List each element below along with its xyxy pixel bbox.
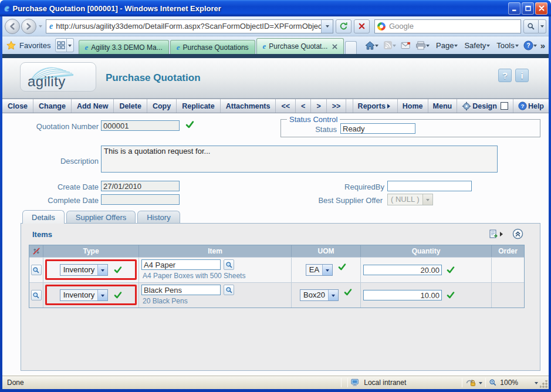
back-button[interactable]	[5, 19, 20, 34]
quick-tabs-button[interactable]	[55, 38, 67, 52]
row-lookup-button[interactable]	[31, 290, 42, 300]
item-input[interactable]	[141, 285, 221, 295]
home-button[interactable]	[363, 38, 381, 52]
tab-details[interactable]: Details	[22, 210, 65, 224]
type-select[interactable]: Inventory	[60, 289, 108, 301]
tab-supplier-offers[interactable]: Supplier Offers	[66, 211, 136, 224]
print-button[interactable]	[413, 38, 432, 52]
search-options-caret[interactable]	[539, 19, 546, 33]
menu-button[interactable]: Menu	[428, 99, 457, 113]
uom-select[interactable]: Box20	[300, 289, 339, 301]
item-input[interactable]	[141, 259, 221, 270]
column-header-uom[interactable]: UOM	[292, 245, 361, 257]
next-record-button[interactable]: >	[311, 99, 326, 113]
required-by-input[interactable]	[387, 181, 472, 191]
tab-agility-demo[interactable]: e Agility 3.3 DEMO Ma...	[79, 40, 169, 54]
protected-mode-button[interactable]	[465, 379, 482, 387]
quantity-input[interactable]	[363, 290, 442, 300]
more-commands-chevron[interactable]: »	[540, 40, 545, 50]
tab-purchase-quotations[interactable]: e Purchase Quotations	[170, 40, 255, 54]
mail-button[interactable]	[398, 38, 413, 52]
minimize-button[interactable]	[508, 2, 520, 15]
feeds-button[interactable]	[381, 38, 398, 52]
security-zone[interactable]: Local intranet	[351, 379, 406, 387]
copy-button[interactable]: Copy	[147, 99, 177, 113]
header-help-button[interactable]: ?	[498, 69, 512, 82]
address-dropdown-button[interactable]	[321, 20, 333, 33]
google-icon	[377, 22, 386, 31]
reports-menu-button[interactable]: Reports	[353, 99, 397, 113]
new-tab-button[interactable]	[345, 41, 357, 54]
attachments-button[interactable]: Attachments	[221, 99, 276, 113]
protected-mode-icon	[465, 379, 476, 387]
best-supplier-offer-value: ( NULL )	[388, 194, 422, 205]
quantity-input[interactable]	[363, 265, 442, 275]
favorites-button[interactable]: Favorites	[6, 38, 50, 52]
design-gear-icon	[462, 102, 471, 111]
row-lookup-button[interactable]	[31, 265, 42, 275]
valid-check-icon	[447, 291, 455, 299]
column-header-type[interactable]: Type	[43, 245, 139, 257]
maximize-icon	[525, 5, 532, 12]
zoom-level: 100%	[500, 379, 518, 387]
item-lookup-button[interactable]	[224, 259, 234, 270]
collapse-section-button[interactable]	[512, 228, 523, 239]
last-record-button[interactable]: >>	[327, 99, 347, 113]
close-button[interactable]	[535, 2, 547, 15]
uom-select[interactable]: EA	[306, 264, 333, 276]
search-button[interactable]	[523, 19, 539, 33]
address-field[interactable]: e http://ursus/agility33demo/DetailForm.…	[46, 19, 333, 33]
delete-button[interactable]: Delete	[114, 99, 147, 113]
create-date-input[interactable]	[101, 181, 180, 191]
items-table-header: Type Item UOM Quantity Order	[29, 245, 524, 257]
type-select-value: Inventory	[60, 265, 97, 275]
description-textarea[interactable]: This is a quotation request for...	[101, 146, 498, 173]
close-action-button[interactable]: Close	[2, 99, 33, 113]
help-menu[interactable]: ?	[521, 38, 539, 52]
tools-menu[interactable]: Tools	[492, 38, 520, 52]
stop-button[interactable]	[354, 19, 370, 33]
page-menu[interactable]: Page	[432, 38, 460, 52]
valid-check-icon	[185, 120, 194, 129]
status-control-legend: Status Control	[287, 115, 340, 124]
column-header-order[interactable]: Order	[492, 245, 524, 257]
maximize-button[interactable]	[522, 2, 534, 15]
info-glyph: i	[520, 70, 523, 80]
column-header-quantity[interactable]: Quantity	[361, 245, 492, 257]
safety-menu[interactable]: Safety	[460, 38, 492, 52]
complete-date-input[interactable]	[101, 194, 180, 205]
zoom-control[interactable]: 100%	[489, 379, 538, 387]
add-new-button[interactable]: Add New	[72, 99, 114, 113]
description-label: Description	[20, 157, 99, 165]
resize-grip[interactable]	[540, 380, 547, 388]
tab-purchase-quotation-active[interactable]: e Purchase Quotat...	[256, 38, 344, 54]
search-input-value[interactable]: Google	[389, 22, 414, 31]
change-button[interactable]: Change	[33, 99, 72, 113]
header-info-button[interactable]: i	[515, 69, 529, 82]
status-input[interactable]	[340, 123, 415, 134]
first-record-button[interactable]: <<	[276, 99, 296, 113]
recent-pages-caret[interactable]	[39, 25, 42, 29]
item-lookup-button[interactable]	[224, 285, 234, 295]
export-button[interactable]	[489, 229, 505, 239]
home-nav-button[interactable]: Home	[397, 99, 428, 113]
forward-button[interactable]	[21, 19, 36, 34]
search-box[interactable]: Google	[374, 19, 521, 33]
refresh-button[interactable]	[336, 19, 351, 33]
tab-list-caret[interactable]	[67, 38, 73, 52]
magnifier-icon	[225, 261, 233, 269]
previous-record-button[interactable]: <	[296, 99, 311, 113]
chevron-down-icon	[479, 382, 482, 386]
address-url[interactable]: http://ursus/agility33demo/DetailForm.as…	[56, 22, 321, 31]
type-select[interactable]: Inventory	[60, 264, 108, 276]
help-button[interactable]: ? Help	[513, 99, 549, 113]
quotation-number-input[interactable]	[101, 120, 180, 131]
column-header-item[interactable]: Item	[139, 245, 292, 257]
design-toggle[interactable]: Design	[457, 99, 513, 113]
tab-history[interactable]: History	[137, 211, 180, 224]
app-header: agility Purchase Quotation ? i	[2, 58, 549, 99]
replicate-button[interactable]: Replicate	[177, 99, 221, 113]
design-checkbox[interactable]	[501, 102, 508, 110]
status-label: Status	[280, 125, 337, 134]
tab-close-button[interactable]	[332, 44, 337, 49]
